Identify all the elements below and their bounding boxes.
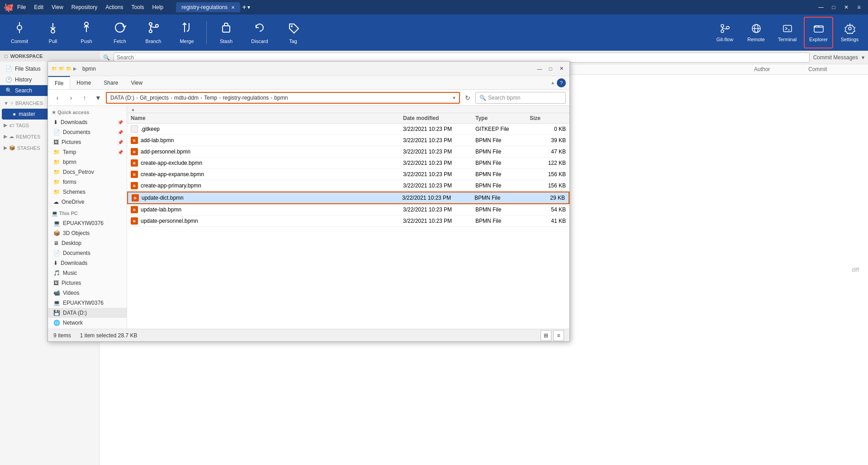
nav-music[interactable]: 🎵 Music [48,268,127,278]
file-row-update-dict[interactable]: B update-dict.bpmn 3/22/2021 10:23 PM BP… [127,192,569,204]
nav-documents-pinned[interactable]: 📄 Documents 📌 [48,127,127,137]
discard-button[interactable]: Discard [244,17,275,48]
minimize-button[interactable]: — [816,2,826,13]
menu-file[interactable]: File [14,3,29,11]
pin-icon-4: 📌 [118,150,123,155]
file-name: add-lab.bpmn [141,137,174,144]
menu-tools[interactable]: Tools [128,3,148,11]
ribbon-help-button[interactable]: ? [557,78,566,87]
file-name-cell: B update-dict.bpmn [132,194,402,201]
nav-network[interactable]: 🌐 Network [48,318,127,328]
tab-add-button[interactable]: + [242,3,246,11]
nav-epuakyiw[interactable]: 💻 EPUAKYIW0376 [48,218,127,228]
nav-up-button[interactable]: ↑ [79,92,90,104]
pc-section-label: 💻 This PC [48,207,127,218]
file-type: BPMN File [475,206,530,213]
push-button[interactable]: Push [71,17,102,48]
music-icon: 🎵 [53,270,60,276]
list-view-button[interactable]: ≡ [553,330,564,341]
menu-edit[interactable]: Edit [30,3,47,11]
explorer-close-button[interactable]: ✕ [557,64,566,73]
file-type: BPMN File [475,182,530,189]
col-size[interactable]: Size [530,115,566,121]
address-refresh-button[interactable]: ↻ [462,92,474,104]
nav-temp-pinned[interactable]: 📁 Temp 📌 [48,147,127,157]
ribbon-tab-view[interactable]: View [124,76,149,89]
details-view-button[interactable]: ⊞ [541,330,551,341]
items-count-label: 9 items [53,332,71,339]
nav-pictures-pinned[interactable]: 🖼 Pictures 📌 [48,137,127,147]
nav-data-drive[interactable]: 💾 DATA (D:) [48,308,127,318]
file-row-create-primary[interactable]: B create-app-primary.bpmn 3/22/2021 10:2… [127,180,569,192]
search-dropdown-icon[interactable]: ▾ [862,54,864,61]
git-flow-button[interactable]: Git-flow [710,17,740,48]
tab-dropdown-button[interactable]: ▾ [247,4,250,10]
nav-desktop[interactable]: 🖥 Desktop [48,238,127,248]
terminal-button[interactable]: Terminal [773,17,802,48]
col-date[interactable]: Date modified [403,115,475,121]
nav-videos[interactable]: 📹 Videos [48,288,127,298]
nav-documents-pc[interactable]: 📄 Documents [48,248,127,258]
ribbon-share-label: Share [104,80,118,86]
stash-button[interactable]: Stash [210,17,242,48]
search-icon-bar: 🔍 [103,54,110,61]
explorer-minimize-button[interactable]: — [535,64,544,73]
maximize-button[interactable]: □ [828,2,839,13]
nav-pictures-pc[interactable]: 🖼 Pictures [48,278,127,288]
file-row-update-lab[interactable]: B update-lab.bpmn 3/22/2021 10:23 PM BPM… [127,204,569,216]
close-button[interactable]: ✕ [841,2,852,13]
file-row-gitkeep[interactable]: .gitkeep 3/22/2021 10:23 PM GITKEEP File… [127,124,569,135]
nav-forward-button[interactable]: › [65,92,77,104]
ribbon-tab-share[interactable]: Share [97,76,124,89]
branch-button[interactable]: Branch [138,17,169,48]
address-dropdown-icon[interactable]: ▾ [453,95,455,101]
explorer-search-box[interactable]: 🔍 Search bpmn [475,92,566,104]
bpmn-file-icon: B [131,159,138,167]
tab-close-icon[interactable]: ✕ [231,5,235,10]
col-type[interactable]: Type [475,115,530,121]
remote-button[interactable]: Remote [741,17,771,48]
nav-downloads-pc[interactable]: ⬇ Downloads [48,258,127,268]
ribbon-tab-home[interactable]: Home [70,76,97,89]
menu-view[interactable]: View [48,3,67,11]
col-name[interactable]: Name [131,115,403,121]
merge-button[interactable]: Merge [171,17,203,48]
svg-point-10 [156,24,158,27]
nav-docs-petrov[interactable]: 📁 Docs_Petrov [48,167,127,177]
address-bar[interactable]: DATA (D:) › Git_projects › mdtu-ddm › Te… [106,92,460,104]
file-row-update-personnel[interactable]: B update-personnel.bpmn 3/22/2021 10:23 … [127,216,569,227]
merge-label: Merge [180,38,194,44]
menu-help[interactable]: Help [149,3,167,11]
ribbon-tab-file[interactable]: File [48,76,70,89]
nav-back-button[interactable]: ‹ [52,92,63,104]
menu-icon[interactable]: ≡ [854,2,864,13]
file-row-create-exclude[interactable]: B create-app-exclude.bpmn 3/22/2021 10:2… [127,158,569,169]
file-name: .gitkeep [141,126,160,132]
nav-downloads-pinned[interactable]: ⬇ Downloads 📌 [48,117,127,127]
file-row-add-personnel[interactable]: B add-personnel.bpmn 3/22/2021 10:23 PM … [127,146,569,158]
nav-bpmn-pinned[interactable]: 📁 bpmn [48,157,127,167]
bpmn-file-icon: B [131,206,138,213]
nav-3d-objects[interactable]: 📦 3D Objects [48,228,127,238]
fetch-button[interactable]: Fetch [104,17,136,48]
tag-button[interactable]: Tag [277,17,309,48]
explorer-button[interactable]: Explorer [804,17,833,48]
nav-forms[interactable]: 📁 forms [48,177,127,187]
menu-repository[interactable]: Repository [68,3,101,11]
nav-onedrive[interactable]: ☁ OneDrive [48,197,127,207]
file-row-create-expanse[interactable]: B create-app-expanse.bpmn 3/22/2021 10:2… [127,169,569,180]
tag-label: Tag [289,38,297,44]
tab-registry-regulations[interactable]: registry-regulations ✕ [176,2,240,12]
commit-button[interactable]: Commit [4,17,35,48]
explorer-search-placeholder: Search bpmn [488,95,520,101]
ribbon-collapse-icon[interactable]: ▲ [550,80,555,85]
explorer-maximize-button[interactable]: □ [546,64,555,73]
menu-actions[interactable]: Actions [102,3,127,11]
file-row-add-lab[interactable]: B add-lab.bpmn 3/22/2021 10:23 PM BPMN F… [127,135,569,146]
nav-schemes[interactable]: 📁 Schemes [48,187,127,197]
nav-epuakyiw2[interactable]: 💻 EPUAKYIW0376 [48,298,127,308]
commit-messages-label: Commit Messages [813,54,858,61]
pull-button[interactable]: Pull [37,17,69,48]
nav-recent-button[interactable]: ▼ [92,92,104,104]
settings-button[interactable]: Settings [835,17,864,48]
